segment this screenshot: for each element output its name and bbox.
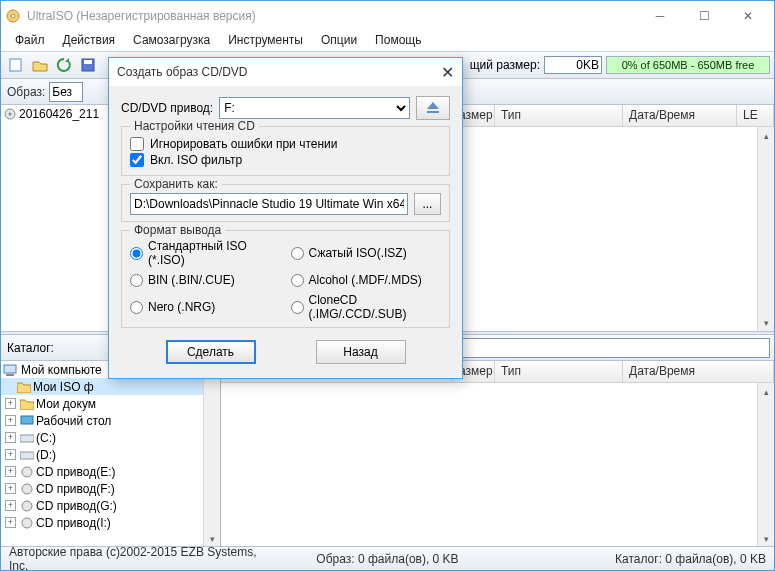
read-settings-label: Настройки чтения CD	[130, 119, 259, 133]
make-button[interactable]: Сделать	[166, 340, 256, 364]
output-format-label: Формат вывода	[130, 223, 225, 237]
dialog-title: Создать образ CD/DVD	[117, 65, 248, 79]
svg-point-15	[22, 518, 32, 528]
refresh-icon[interactable]	[53, 54, 75, 76]
local-list-pane: азмер Тип Дата/Время ▴ ▾	[221, 361, 774, 547]
format-iso-radio[interactable]: Стандартный ISO (*.ISO)	[130, 239, 281, 267]
ignore-errors-checkbox[interactable]: Игнорировать ошибки при чтении	[130, 137, 441, 151]
format-bin-radio[interactable]: BIN (.BIN/.CUE)	[130, 273, 281, 287]
titlebar: UltraISO (Незарегистрированная версия) ─…	[1, 1, 774, 31]
eject-button[interactable]	[416, 96, 450, 120]
save-as-label: Сохранить как:	[130, 177, 222, 191]
svg-point-6	[9, 112, 12, 115]
svg-rect-4	[84, 60, 92, 64]
format-mdf-radio[interactable]: Alcohol (.MDF/.MDS)	[291, 273, 442, 287]
save-path-field[interactable]	[130, 193, 408, 215]
tree-drive-c[interactable]: +(C:)	[1, 429, 220, 446]
minimize-button[interactable]: ─	[638, 2, 682, 30]
scroll-down-icon[interactable]: ▾	[758, 530, 774, 547]
close-button[interactable]: ✕	[726, 2, 770, 30]
tree-my-iso[interactable]: Мои ISO ф	[1, 378, 220, 395]
col-date[interactable]: Дата/Время	[623, 105, 737, 126]
format-ccd-radio[interactable]: CloneCD (.IMG/.CCD/.SUB)	[291, 293, 442, 321]
save-icon[interactable]	[77, 54, 99, 76]
total-size-field[interactable]	[544, 56, 602, 74]
svg-point-1	[11, 14, 15, 18]
new-icon[interactable]	[5, 54, 27, 76]
back-button[interactable]: Назад	[316, 340, 406, 364]
image-label: Образ:	[7, 85, 45, 99]
local-tree-pane: Мой компьюте Мои ISO ф +Мои докум +Рабоч…	[1, 361, 221, 547]
format-nrg-radio[interactable]: Nero (.NRG)	[130, 293, 281, 321]
browse-button[interactable]: ...	[414, 193, 441, 215]
local-list-scrollbar[interactable]: ▴ ▾	[757, 383, 774, 547]
status-copyright: Авторские права (c)2002-2015 EZB Systems…	[9, 545, 261, 572]
scroll-up-icon[interactable]: ▴	[758, 383, 774, 400]
status-catalog: Каталог: 0 файла(ов), 0 KB	[514, 552, 766, 566]
scroll-down-icon[interactable]: ▾	[758, 314, 774, 331]
col-type[interactable]: Тип	[495, 361, 623, 382]
save-as-group: Сохранить как: ...	[121, 184, 450, 222]
menu-actions[interactable]: Действия	[55, 31, 124, 51]
tree-my-docs[interactable]: +Мои докум	[1, 395, 220, 412]
tree-cd-e[interactable]: +CD привод(E:)	[1, 463, 220, 480]
window-title: UltraISO (Незарегистрированная версия)	[27, 9, 638, 23]
col-date[interactable]: Дата/Время	[623, 361, 774, 382]
format-isz-radio[interactable]: Сжатый ISO(.ISZ)	[291, 239, 442, 267]
status-image: Образ: 0 файла(ов), 0 KB	[261, 552, 513, 566]
tree-cd-i[interactable]: +CD привод(I:)	[1, 514, 220, 531]
iso-filter-checkbox[interactable]: Вкл. ISO фильтр	[130, 153, 441, 167]
menu-boot[interactable]: Самозагрузка	[125, 31, 218, 51]
maximize-button[interactable]: ☐	[682, 2, 726, 30]
col-lba[interactable]: LE	[737, 105, 774, 126]
tree-cd-f[interactable]: +CD привод(F:)	[1, 480, 220, 497]
svg-point-12	[22, 467, 32, 477]
tree-cd-g[interactable]: +CD привод(G:)	[1, 497, 220, 514]
app-icon	[5, 8, 21, 24]
total-size-label: щий размер:	[470, 58, 540, 72]
make-image-dialog: Создать образ CD/DVD ✕ CD/DVD привод: F:…	[108, 57, 463, 379]
read-settings-group: Настройки чтения CD Игнорировать ошибки …	[121, 126, 450, 176]
output-format-group: Формат вывода Стандартный ISO (*.ISO) Сж…	[121, 230, 450, 328]
tree-drive-d[interactable]: +(D:)	[1, 446, 220, 463]
svg-rect-11	[20, 452, 34, 459]
scroll-up-icon[interactable]: ▴	[758, 127, 774, 144]
menu-help[interactable]: Помощь	[367, 31, 429, 51]
capacity-bar: 0% of 650MB - 650MB free	[606, 56, 770, 74]
dialog-titlebar: Создать образ CD/DVD ✕	[109, 58, 462, 86]
menu-tools[interactable]: Инструменты	[220, 31, 311, 51]
svg-rect-7	[4, 365, 16, 373]
svg-point-13	[22, 484, 32, 494]
svg-rect-16	[427, 111, 439, 113]
svg-point-14	[22, 501, 32, 511]
dialog-close-button[interactable]: ✕	[441, 63, 454, 82]
local-tree-scrollbar[interactable]: ▴ ▾	[203, 361, 220, 547]
drive-select[interactable]: F:	[219, 97, 410, 119]
statusbar: Авторские права (c)2002-2015 EZB Systems…	[1, 546, 774, 570]
svg-rect-2	[10, 59, 21, 71]
svg-rect-8	[6, 374, 14, 376]
menu-options[interactable]: Опции	[313, 31, 365, 51]
menu-file[interactable]: Файл	[7, 31, 53, 51]
image-name-field[interactable]	[49, 82, 83, 102]
drive-label: CD/DVD привод:	[121, 101, 213, 115]
open-icon[interactable]	[29, 54, 51, 76]
tree-desktop[interactable]: +Рабочий стол	[1, 412, 220, 429]
menubar: Файл Действия Самозагрузка Инструменты О…	[1, 31, 774, 51]
list-scrollbar[interactable]: ▴ ▾	[757, 127, 774, 331]
svg-rect-9	[21, 416, 33, 424]
svg-rect-10	[20, 435, 34, 442]
col-type[interactable]: Тип	[495, 105, 623, 126]
